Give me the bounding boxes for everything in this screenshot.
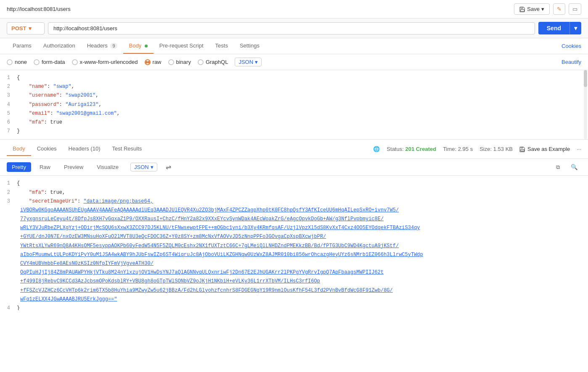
response-header: Body Cookies Headers (10) Test Results 🌐… xyxy=(0,140,588,159)
svg-rect-1 xyxy=(521,9,524,11)
format-visualize-button[interactable]: Visualize xyxy=(92,162,124,172)
tab-headers[interactable]: Headers 9 xyxy=(81,38,123,54)
code-line-7: 7 } xyxy=(0,127,588,136)
resp-line-base64-9: +f499I8jRebvC9KCCd3AzJcbsmOPoKdsblRY+VBU… xyxy=(0,277,588,286)
radio-raw-circle xyxy=(145,59,151,65)
request-tabs: Params Authorization Headers 9 Body Pre-… xyxy=(0,38,588,54)
scroll-indicator xyxy=(584,70,587,139)
radio-none[interactable]: none xyxy=(7,59,27,65)
format-pretty-button[interactable]: Pretty xyxy=(7,162,31,172)
method-select[interactable]: POST ▾ xyxy=(7,22,45,34)
resp-line-base64-8: OqPIuHJjIj84Z8mPAUAWPYHkjVTku8M24nYlxzuj… xyxy=(0,268,588,277)
radio-none-circle xyxy=(7,59,13,65)
radio-raw[interactable]: raw xyxy=(145,59,162,65)
code-line-1: 1 { xyxy=(0,74,588,82)
body-type-selector: none form-data x-www-form-urlencoded raw… xyxy=(0,54,588,70)
globe-icon: 🌐 xyxy=(373,146,380,152)
format-raw-button[interactable]: Raw xyxy=(34,162,56,172)
resp-line-base64-1: iVBORw0KGgoAAAANSUhEUgAAAV4AAAFeAQAAAAAd… xyxy=(0,206,588,215)
title-actions: Save ▾ ✎ ▭ xyxy=(514,3,581,15)
radio-graphql[interactable]: GraphQL xyxy=(198,59,228,65)
request-body-editor[interactable]: 1 { 2 "name": "swap", 3 "username": "swa… xyxy=(0,70,588,140)
resp-line-4: 4 } xyxy=(0,304,588,310)
send-button[interactable]: Send ▾ xyxy=(538,22,581,34)
resp-tab-body[interactable]: Body xyxy=(7,142,31,156)
tab-body[interactable]: Body xyxy=(123,38,154,54)
wrap-button[interactable]: ⇌ xyxy=(161,161,176,173)
size-value: 1.53 KB xyxy=(493,146,513,152)
resp-line-base64-10: +fFSZcVJZHCz6CcVHTp6k2rim6TX5b8HuYhia9MZ… xyxy=(0,286,588,295)
tab-settings[interactable]: Settings xyxy=(234,38,265,54)
title-bar: http://localhost:8081/users Save ▾ ✎ ▭ xyxy=(0,0,588,18)
response-meta: 🌐 Status: 201 Created Time: 2.95 s Size:… xyxy=(373,146,581,152)
copy-response-button[interactable]: ⧉ xyxy=(553,162,563,173)
code-line-6: 6 "mfa": true xyxy=(0,118,588,127)
radio-graphql-circle xyxy=(198,59,204,65)
beautify-button[interactable]: Beautify xyxy=(562,59,581,65)
tab-prerequest[interactable]: Pre-request Script xyxy=(154,38,209,54)
resp-line-3: 3 "secretImageUri": "data:image/png;base… xyxy=(0,197,588,206)
resp-line-base64-11: wFq1zELXX4JGwAAAABJRU5ErkJggg==" xyxy=(0,295,588,304)
json-type-select[interactable]: JSON ▾ xyxy=(235,58,262,66)
resp-tab-cookies[interactable]: Cookies xyxy=(31,142,63,156)
response-json-select[interactable]: JSON ▾ xyxy=(130,163,157,171)
resp-line-base64-2: 77yxgnsruLeCeyu4t/8DfpJs8XH7vGqxaZ1P9/OX… xyxy=(0,215,588,224)
resp-line-base64-5: YWtRtsXLYwR69nQ8A4KHsOMF5esyppAOKPb60yFe… xyxy=(0,242,588,251)
save-icon xyxy=(519,6,525,12)
copy-button[interactable]: ▭ xyxy=(569,3,581,15)
radio-urlencoded[interactable]: x-www-form-urlencoded xyxy=(72,59,138,65)
save-button[interactable]: Save ▾ xyxy=(514,3,550,15)
response-tabs: Body Cookies Headers (10) Test Results xyxy=(7,142,148,156)
save-example-icon xyxy=(519,146,525,152)
size-label: Size: 1.53 KB xyxy=(479,146,513,152)
resp-line-base64-3: wRLY3VJuRbeZPLXgYzj+ODirjMcSQU6sXxwX3ZCC… xyxy=(0,224,588,232)
code-line-4: 4 "password": "Auriga123", xyxy=(0,100,588,109)
resp-line-1: 1 { xyxy=(0,179,588,188)
resp-line-base64-7: CVY4mUBVmbbFe8AEsN0zKSIz0NfpIYFmVjVgveAT… xyxy=(0,259,588,268)
cookies-link[interactable]: Cookies xyxy=(562,43,581,49)
tab-tests[interactable]: Tests xyxy=(209,38,234,54)
resp-tab-headers[interactable]: Headers (10) xyxy=(63,142,106,156)
code-line-2: 2 "name": "swap", xyxy=(0,82,588,91)
url-bar: POST ▾ Send ▾ xyxy=(0,18,588,38)
search-response-button[interactable]: 🔍 xyxy=(567,162,581,172)
tab-params[interactable]: Params xyxy=(7,38,37,54)
response-body-container: 1 { 2 "mfa": true, 3 "secretImageUri": "… xyxy=(0,176,588,310)
code-line-3: 3 "username": "swap2001", xyxy=(0,91,588,100)
response-format-bar: Pretty Raw Preview Visualize JSON ▾ ⇌ ⧉ … xyxy=(0,159,588,176)
radio-binary[interactable]: binary xyxy=(168,59,191,65)
scroll-thumb[interactable] xyxy=(584,70,587,87)
radio-form-data-circle xyxy=(34,59,40,65)
url-input[interactable] xyxy=(48,22,535,34)
save-example-button[interactable]: Save as Example xyxy=(519,146,570,152)
radio-urlencoded-circle xyxy=(72,59,78,65)
format-preview-button[interactable]: Preview xyxy=(59,162,88,172)
svg-rect-3 xyxy=(521,150,524,151)
time-value: 2.95 s xyxy=(458,146,473,152)
svg-rect-2 xyxy=(521,147,522,148)
more-options-button[interactable]: ··· xyxy=(577,146,581,152)
code-line-5: 5 "email": "swap2001@gmail.com", xyxy=(0,109,588,118)
resp-line-base64-6: aIboFMuumwLtULPoKDYiPyY0uM1JSA4wkABY9hJU… xyxy=(0,251,588,259)
resp-tab-test-results[interactable]: Test Results xyxy=(106,142,148,156)
status-label: Status: 201 Created xyxy=(387,146,436,152)
radio-binary-circle xyxy=(168,59,174,65)
resp-line-base64-4: +GYUE/dnJ0N7E/nxOzEW3MNsuHoXFuO2lMVT8U3e… xyxy=(0,232,588,241)
svg-rect-0 xyxy=(521,7,523,8)
response-body-editor: 1 { 2 "mfa": true, 3 "secretImageUri": "… xyxy=(0,176,588,310)
radio-form-data[interactable]: form-data xyxy=(34,59,65,65)
tab-authorization[interactable]: Authorization xyxy=(37,38,81,54)
resp-line-2: 2 "mfa": true, xyxy=(0,188,588,197)
edit-button[interactable]: ✎ xyxy=(553,3,565,15)
status-value: 201 Created xyxy=(405,146,436,152)
time-label: Time: 2.95 s xyxy=(443,146,473,152)
window-title: http://localhost:8081/users xyxy=(7,6,71,12)
